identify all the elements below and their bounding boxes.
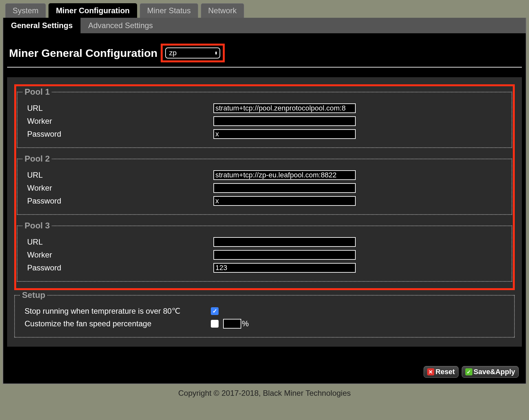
pools-highlight: Pool 1 URL Worker Password (14, 84, 515, 290)
pool-3-worker-label: Worker (23, 250, 213, 259)
save-apply-button-label: Save&Apply (474, 368, 515, 376)
title-row: Miner General Configuration zp ▲▼ (7, 38, 522, 68)
sub-tabs: General Settings Advanced Settings (3, 18, 526, 33)
reset-button[interactable]: ✕ Reset (424, 366, 459, 378)
pool-1-url-label: URL (23, 104, 213, 113)
pool-2-worker-input[interactable] (213, 183, 356, 193)
subtab-general-settings[interactable]: General Settings (3, 18, 81, 33)
pool-3-url-label: URL (23, 237, 213, 247)
algo-select-value: zp (169, 49, 177, 57)
percent-label: % (242, 319, 249, 328)
temp-stop-checkbox[interactable]: ✓ (211, 307, 219, 315)
page-title: Miner General Configuration (9, 47, 157, 59)
fan-speed-label: Customize the fan speed percentage (20, 319, 211, 328)
content: Miner General Configuration zp ▲▼ Pool 1 (3, 33, 526, 383)
top-tabs: System Miner Configuration Miner Status … (3, 3, 526, 18)
pool-2-url-label: URL (23, 171, 213, 180)
tab-miner-configuration[interactable]: Miner Configuration (49, 3, 137, 18)
save-apply-button[interactable]: ✓ Save&Apply (462, 366, 519, 378)
fan-speed-input[interactable] (223, 319, 241, 329)
pool-1-fieldset: Pool 1 URL Worker Password (17, 87, 512, 148)
tab-miner-status[interactable]: Miner Status (140, 3, 198, 18)
pool-1-legend: Pool 1 (23, 87, 52, 97)
pool-2-fieldset: Pool 2 URL Worker Password (17, 154, 512, 215)
pool-2-password-label: Password (23, 196, 213, 205)
temp-stop-label: Stop running when temprerature is over 8… (20, 307, 211, 316)
pool-1-url-input[interactable] (213, 103, 356, 113)
tab-network[interactable]: Network (201, 3, 244, 18)
pool-3-password-label: Password (23, 263, 213, 272)
pool-3-url-input[interactable] (213, 237, 356, 247)
action-bar: ✕ Reset ✓ Save&Apply (7, 347, 522, 382)
pool-1-password-input[interactable] (213, 129, 356, 139)
close-icon: ✕ (427, 368, 434, 375)
copyright: Copyright © 2017-2018, Black Miner Techn… (3, 384, 526, 402)
pool-3-legend: Pool 3 (23, 221, 52, 231)
pool-2-legend: Pool 2 (23, 154, 52, 164)
pool-3-password-input[interactable] (213, 263, 356, 273)
pool-1-worker-label: Worker (23, 117, 213, 126)
setup-legend: Setup (20, 290, 47, 300)
pool-1-worker-input[interactable] (213, 116, 356, 126)
pool-3-worker-input[interactable] (213, 250, 356, 260)
algo-select-highlight: zp ▲▼ (161, 44, 225, 62)
pool-1-password-label: Password (23, 130, 213, 139)
pool-2-password-input[interactable] (213, 196, 356, 206)
pool-2-worker-label: Worker (23, 184, 213, 193)
pool-3-fieldset: Pool 3 URL Worker Password (17, 221, 512, 282)
main-panel: General Settings Advanced Settings Miner… (3, 18, 526, 384)
body-area: Pool 1 URL Worker Password (7, 77, 522, 347)
subtab-advanced-settings[interactable]: Advanced Settings (81, 18, 161, 33)
pool-2-url-input[interactable] (213, 170, 356, 180)
reset-button-label: Reset (436, 368, 455, 376)
fan-speed-checkbox[interactable] (211, 320, 219, 328)
algo-select[interactable]: zp ▲▼ (165, 47, 220, 58)
setup-fieldset: Setup Stop running when temprerature is … (14, 290, 515, 338)
check-icon: ✓ (465, 368, 472, 375)
select-arrows-icon: ▲▼ (214, 51, 218, 55)
tab-system[interactable]: System (5, 3, 46, 18)
